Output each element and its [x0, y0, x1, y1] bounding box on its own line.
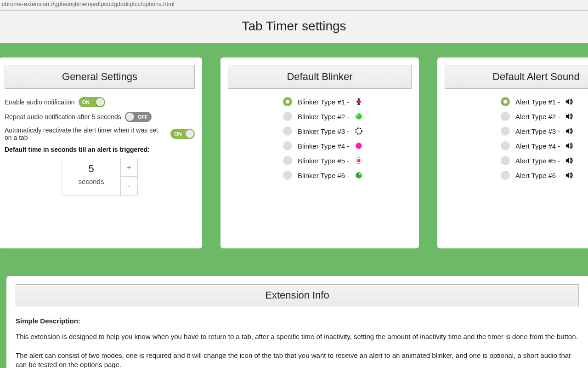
- svg-rect-17: [566, 144, 567, 147]
- time-stepper-wrap: 5 seconds + -: [5, 158, 195, 196]
- default-blinker-title: Default Blinker: [228, 65, 412, 89]
- toggle-knob: [186, 130, 194, 138]
- svg-point-9: [356, 172, 362, 178]
- reactivate-label: Automaticaly reactivate the alert timer …: [5, 126, 167, 141]
- sound-icon: [565, 156, 574, 165]
- blinker-option-label: Blinker Type #5 -: [298, 157, 349, 165]
- alert-option-1[interactable]: Alert Type #1 -: [501, 97, 588, 106]
- svg-point-5: [356, 128, 362, 134]
- blinker-option-3[interactable]: Blinker Type #3 -: [283, 126, 412, 136]
- toggle-on-text: ON: [82, 97, 90, 107]
- time-increment-button[interactable]: +: [121, 158, 137, 177]
- extension-info-title: Extension Info: [16, 284, 579, 306]
- general-settings-title: General Settings: [5, 65, 195, 89]
- radio-icon: [283, 126, 292, 136]
- repeat-audio-toggle[interactable]: OFF: [125, 112, 152, 122]
- general-settings-card: General Settings Enable audio notificati…: [0, 58, 202, 248]
- svg-rect-21: [566, 174, 567, 176]
- svg-marker-20: [567, 158, 570, 164]
- svg-rect-11: [566, 100, 567, 103]
- svg-marker-12: [567, 99, 570, 105]
- blinker-option-5[interactable]: Blinker Type #5 -: [283, 156, 412, 165]
- time-decrement-button[interactable]: -: [121, 177, 137, 195]
- default-alert-sound-title: Default Alert Sound: [445, 65, 588, 89]
- alert-option-label: Alert Type #5 -: [515, 157, 560, 165]
- blinker-option-1[interactable]: Blinker Type #1 -: [283, 97, 412, 106]
- default-time-label: Default time in seconds till an alert is…: [5, 146, 150, 153]
- blinker-preview-icon: [355, 112, 363, 121]
- blinker-option-4[interactable]: Blinker Type #4 -: [283, 141, 412, 150]
- svg-marker-16: [567, 128, 570, 134]
- alert-option-5[interactable]: Alert Type #5 -: [501, 156, 588, 165]
- enable-audio-label: Enable audio notification: [5, 98, 75, 106]
- blinker-option-label: Blinker Type #4 -: [298, 142, 349, 150]
- svg-point-6: [356, 143, 362, 149]
- alert-option-label: Alert Type #4 -: [515, 142, 560, 150]
- blinker-preview-icon: [355, 142, 363, 150]
- alert-option-label: Alert Type #1 -: [515, 98, 560, 106]
- blinker-options: Blinker Type #1 - Blinker Type #2 - Blin…: [228, 97, 412, 180]
- alert-option-3[interactable]: Alert Type #3 -: [501, 126, 588, 136]
- info-area: Extension Info Simple Description: This …: [0, 263, 588, 368]
- radio-icon: [501, 126, 510, 136]
- alert-option-4[interactable]: Alert Type #4 -: [501, 141, 588, 150]
- radio-icon: [283, 141, 292, 150]
- radio-icon: [283, 156, 292, 165]
- svg-point-10: [359, 173, 361, 176]
- default-alert-sound-card: Default Alert Sound Alert Type #1 - Aler…: [437, 58, 588, 248]
- blinker-option-label: Blinker Type #2 -: [298, 113, 349, 121]
- blinker-option-label: Blinker Type #1 -: [298, 98, 349, 106]
- blinker-option-2[interactable]: Blinker Type #2 -: [283, 112, 412, 121]
- blinker-option-label: Blinker Type #6 -: [298, 172, 349, 179]
- time-value: 5: [62, 163, 120, 175]
- reactivate-row: Automaticaly reactivate the alert timer …: [5, 126, 195, 141]
- enable-audio-toggle[interactable]: ON: [79, 97, 105, 107]
- radio-icon: [501, 97, 510, 106]
- svg-marker-14: [567, 114, 570, 120]
- radio-icon: [501, 171, 510, 180]
- default-blinker-card: Default Blinker Blinker Type #1 - Blinke…: [220, 58, 419, 248]
- svg-marker-22: [567, 172, 570, 178]
- svg-marker-18: [567, 143, 570, 149]
- blinker-preview-icon: [355, 127, 363, 135]
- alert-option-2[interactable]: Alert Type #2 -: [501, 112, 588, 121]
- blinker-option-6[interactable]: Blinker Type #6 -: [283, 171, 412, 180]
- time-stepper: 5 seconds + -: [62, 158, 138, 196]
- time-display: 5 seconds: [62, 158, 121, 195]
- svg-rect-15: [566, 130, 567, 132]
- blinker-preview-icon: [355, 156, 363, 165]
- alert-option-6[interactable]: Alert Type #6 -: [501, 171, 588, 180]
- toggle-knob: [126, 113, 134, 121]
- info-subtitle: Simple Description:: [16, 316, 579, 326]
- radio-icon: [501, 112, 510, 121]
- alert-option-label: Alert Type #3 -: [515, 127, 560, 135]
- sound-icon: [565, 112, 574, 121]
- page-title: Tab Timer settings: [0, 19, 588, 34]
- blinker-preview-icon: [355, 98, 363, 106]
- repeat-audio-label: Repeat audio notification after 5 second…: [5, 113, 121, 121]
- toggle-knob: [96, 98, 104, 106]
- radio-icon: [501, 156, 510, 165]
- enable-audio-row: Enable audio notification ON: [5, 97, 195, 107]
- svg-rect-13: [566, 115, 567, 117]
- address-bar: chrome-extension://gpfecnijhinefnjedfpco…: [0, 0, 588, 11]
- radio-icon: [283, 171, 292, 180]
- radio-icon: [501, 141, 510, 150]
- alert-option-label: Alert Type #6 -: [515, 172, 560, 179]
- radio-icon: [283, 112, 292, 121]
- info-paragraph-1: This extension is designed to help you k…: [16, 332, 579, 341]
- sound-icon: [565, 98, 574, 106]
- toggle-on-text: ON: [174, 129, 182, 139]
- alert-option-label: Alert Type #2 -: [515, 113, 560, 121]
- default-time-row: Default time in seconds till an alert is…: [5, 146, 195, 153]
- extension-info-card: Extension Info Simple Description: This …: [6, 276, 588, 368]
- blinker-preview-icon: [355, 171, 363, 179]
- sound-icon: [565, 127, 574, 135]
- repeat-audio-row: Repeat audio notification after 5 second…: [5, 112, 195, 122]
- time-unit: seconds: [62, 178, 120, 185]
- radio-icon: [283, 97, 292, 106]
- info-paragraph-2: The alert can consist of two modes, one …: [16, 351, 579, 368]
- reactivate-toggle[interactable]: ON: [170, 129, 195, 139]
- svg-point-8: [357, 159, 361, 162]
- blinker-option-label: Blinker Type #3 -: [298, 127, 349, 135]
